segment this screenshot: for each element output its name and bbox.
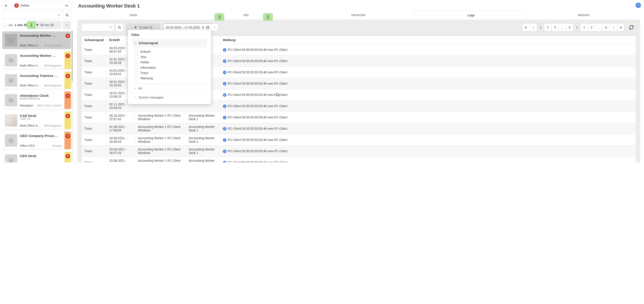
date-range-text: 16.03.2016 – 17.03.2022 <box>166 26 200 29</box>
cell-target: Accounting Worker Desk 1 <box>186 157 220 163</box>
page-number[interactable]: 1 <box>573 24 581 31</box>
table-header[interactable]: Schweregrad <box>82 36 106 44</box>
sidebar-search-input[interactable]: × <box>2 11 62 19</box>
clear-icon[interactable]: × <box>58 13 60 18</box>
card-stripe: 6 <box>64 152 71 162</box>
card-subtitle: CAD_13 <box>20 117 63 120</box>
svg-point-11 <box>10 140 11 141</box>
filter-icon <box>134 26 137 29</box>
table-row[interactable]: Trace 31.08.2021 - 17:38:59 Accounting W… <box>82 123 636 134</box>
page-next[interactable] <box>610 24 617 31</box>
filter-option[interactable]: Trace <box>135 70 204 76</box>
sidebar-filter-chip[interactable]: 6 Fehler 39 <box>12 2 71 9</box>
logs-search-button[interactable] <box>116 24 123 31</box>
table-row[interactable]: Trace 23.08.2021 - 16:07:25 Accounting W… <box>82 146 636 157</box>
page-number[interactable]: 3 <box>588 24 595 31</box>
help-button[interactable]: ? <box>636 3 641 8</box>
clear-icon[interactable]: × <box>110 25 112 30</box>
filter-group-severity-label: Schweregrad <box>138 41 158 45</box>
calendar-icon[interactable] <box>206 26 210 29</box>
filter-option[interactable]: Test <box>135 54 204 60</box>
tab-info[interactable]: Info <box>190 11 302 20</box>
filter-option-label: Trace <box>140 71 148 75</box>
chevron-left-icon <box>532 26 534 29</box>
tab-hierarchie[interactable]: Hierarchie <box>302 11 415 20</box>
filter-group-label: Art <box>138 87 142 90</box>
tab-aktionen[interactable]: Aktionen <box>528 11 640 20</box>
table-row[interactable]: Trace 24.08.2021 - 16:38:44 Accounting W… <box>82 134 636 146</box>
caret-right-icon <box>135 88 136 90</box>
logs-filter-count-text: 72 von 72 <box>139 26 152 29</box>
double-chevron-left-icon <box>524 26 528 29</box>
card-thumbnail <box>5 114 17 127</box>
date-range-dropdown[interactable] <box>212 24 218 31</box>
chevron-right-icon <box>612 26 615 29</box>
cell-target: Accounting Worker Desk 1 <box>186 134 220 146</box>
card-location: Multi Office U… <box>20 64 40 67</box>
svg-rect-4 <box>9 59 13 62</box>
table-row[interactable]: Trace 28.10.2021 - 22:57:42 Accounting W… <box>82 112 636 123</box>
svg-point-13 <box>10 160 11 161</box>
svg-point-5 <box>10 60 11 60</box>
cell-severity: Trace <box>82 146 106 157</box>
page-first[interactable] <box>522 24 530 31</box>
sidebar-card-list[interactable]: 6 Accounting Worker … Multi Office U…Wor… <box>2 31 71 162</box>
page-number[interactable]: 6 <box>602 24 610 31</box>
sidebar-card[interactable]: 6 Accounting Worker … Multi Office U…Wor… <box>2 52 71 69</box>
alle-label: alle <box>8 24 13 27</box>
sidebar-card[interactable]: 6 Accounting Worker … Multi Office U…Wor… <box>2 31 71 49</box>
filter-icon <box>36 24 39 27</box>
page-number[interactable]: 6 <box>566 24 574 31</box>
card-location: Multi Office G… <box>20 124 41 127</box>
svg-point-14 <box>118 26 120 28</box>
filter-group-collapsed[interactable]: System messages <box>130 93 209 102</box>
page-number[interactable]: 2 <box>580 24 588 31</box>
table-row[interactable]: Trace 23.08.2021 - 15:43:33 Accounting W… <box>82 157 636 163</box>
svg-line-1 <box>68 16 68 16</box>
filter-group-collapsed[interactable]: Art <box>130 84 209 93</box>
svg-point-0 <box>66 14 68 16</box>
filter-option[interactable]: Information <box>135 65 204 70</box>
page-prev[interactable] <box>530 24 537 31</box>
select-all-checkbox[interactable]: alle 1 von 39 <box>2 23 27 27</box>
sidebar-card[interactable]: 6 Attendance Clock iS-WTCRFID-01 Recepti… <box>2 92 71 109</box>
page-number[interactable]: 1 <box>537 24 544 31</box>
annotation-callout-1: 1 <box>26 21 36 29</box>
cell-severity: Trace <box>82 134 106 146</box>
sidebar-search-button[interactable] <box>63 11 71 19</box>
filter-option[interactable]: Kritisch <box>135 49 204 54</box>
pagination: 123…6123…6 12 <box>522 24 636 31</box>
page-last[interactable] <box>617 24 624 31</box>
scroll-thumb[interactable] <box>72 31 73 81</box>
sidebar-card[interactable]: 6 CEO Company Proce… Office CEODisplay <box>2 132 71 149</box>
sidebar-card[interactable]: 6 Accounting Trainees … Multi Office U…W… <box>2 72 71 89</box>
svg-rect-2 <box>9 39 13 42</box>
cell-severity: Trace <box>82 44 106 56</box>
page-ellipsis: … <box>595 24 602 31</box>
chip-label: Fehler <box>20 4 29 7</box>
tab-karte[interactable]: Karte <box>77 11 190 20</box>
sidebar-scrollbar[interactable] <box>72 31 73 162</box>
logs-search-input[interactable]: × <box>82 24 114 31</box>
page-number[interactable]: 2 <box>544 24 552 31</box>
svg-rect-10 <box>9 139 13 142</box>
filter-option[interactable]: Warnung <box>135 76 204 81</box>
filter-option[interactable]: Fehler <box>135 60 204 65</box>
info-icon: i <box>223 105 226 108</box>
cell-message: iPC-Client 55:55:55:55:55:46 new PC-Clie… <box>220 101 636 112</box>
sidebar-card[interactable]: 6 CAD Desk CAD_13 Multi Office G…Working… <box>2 112 71 129</box>
card-location: Office CEO <box>20 144 35 147</box>
refresh-button[interactable]: 12 <box>627 24 636 31</box>
filter-group-severity[interactable]: Schweregrad <box>132 39 207 47</box>
image-icon <box>8 98 14 103</box>
page-number[interactable]: 3 <box>551 24 559 31</box>
info-icon: i <box>223 161 226 163</box>
sidebar-collapse-button[interactable] <box>2 2 10 9</box>
cell-source: Accounting Worker 1 PC Client Windows <box>135 146 186 157</box>
tab-logs[interactable]: Logs <box>415 11 528 20</box>
sidebar-card[interactable]: 6 CEO Desk <box>2 152 71 162</box>
sidebar-sort-button[interactable] <box>63 21 71 29</box>
svg-point-3 <box>10 39 11 40</box>
close-icon[interactable] <box>202 26 204 29</box>
table-header[interactable]: Meldung <box>220 36 636 44</box>
